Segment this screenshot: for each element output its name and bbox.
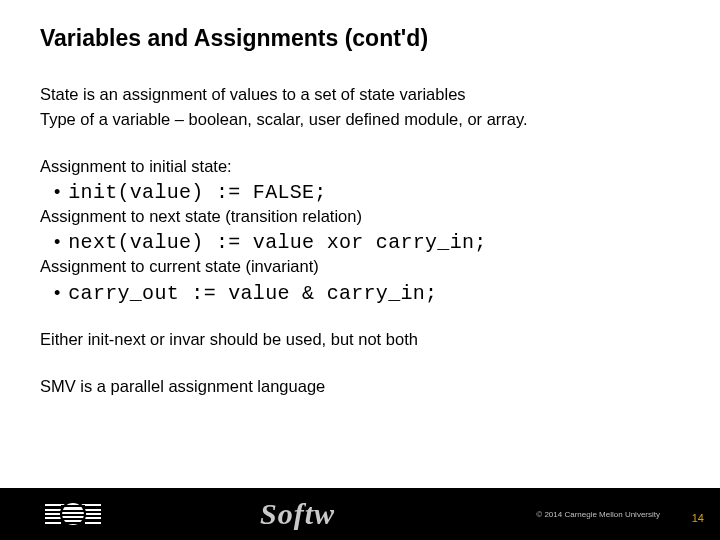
bullet-icon: • [54,183,60,201]
bullet-invar-code: • carry_out := value & carry_in; [40,282,680,305]
brand-text: Softw [260,497,335,531]
copyright-text: © 2014 Carnegie Mellon University [536,510,660,519]
paragraph-either: Either init-next or invar should be used… [40,329,680,350]
slide-title: Variables and Assignments (cont'd) [40,25,680,52]
svg-rect-11 [61,522,85,524]
spacer [40,134,680,156]
code-invar: carry_out := value & carry_in; [68,282,437,305]
paragraph-current-state: Assignment to current state (invariant) [40,256,680,277]
spacer [40,354,680,376]
code-init: init(value) := FALSE; [68,181,326,204]
slide: Variables and Assignments (cont'd) State… [0,0,720,540]
bullet-init-code: • init(value) := FALSE; [40,181,680,204]
bullet-next-code: • next(value) := value xor carry_in; [40,231,680,254]
footer-bar: Softw © 2014 Carnegie Mellon University … [0,488,720,540]
paragraph-next-state: Assignment to next state (transition rel… [40,206,680,227]
svg-rect-8 [61,510,85,512]
paragraph-type-def: Type of a variable – boolean, scalar, us… [40,109,680,130]
svg-rect-10 [61,518,85,520]
svg-rect-7 [61,505,85,507]
spacer [40,307,680,329]
bullet-icon: • [54,284,60,302]
svg-rect-9 [61,514,85,516]
paragraph-state-def: State is an assignment of values to a se… [40,84,680,105]
code-next: next(value) := value xor carry_in; [68,231,486,254]
bullet-icon: • [54,233,60,251]
paragraph-parallel: SMV is a parallel assignment language [40,376,680,397]
page-number: 14 [692,512,704,524]
globe-logo-icon [36,495,110,533]
paragraph-initial-state: Assignment to initial state: [40,156,680,177]
